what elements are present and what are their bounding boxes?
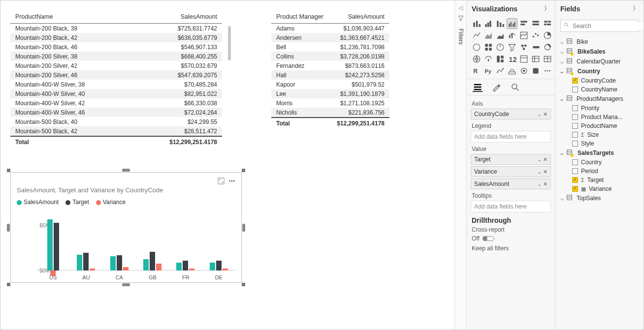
more-options-icon[interactable] (228, 178, 235, 184)
table-row[interactable]: Fernandez$873,663.0116 (271, 61, 389, 70)
cross-report-toggle[interactable]: Off (472, 235, 550, 242)
field-checkbox[interactable] (572, 78, 578, 84)
focus-mode-icon[interactable] (218, 178, 225, 184)
legend-well[interactable]: Add data fields here (471, 131, 551, 143)
bar[interactable] (143, 259, 149, 270)
viz-type-icon[interactable] (483, 54, 493, 64)
value-field-chip[interactable]: SalesAmount⌄✕ (471, 179, 551, 189)
viz-type-icon[interactable] (543, 66, 552, 76)
fields-search[interactable] (560, 20, 639, 32)
bar[interactable] (156, 264, 161, 270)
viz-type-icon[interactable] (543, 42, 552, 52)
viz-type-icon[interactable] (483, 19, 493, 29)
table-row[interactable]: Mountain-400-W Silver, 46$72,024.264 (10, 108, 222, 117)
field-checkbox[interactable] (572, 123, 578, 129)
bar[interactable] (223, 269, 228, 270)
axis-field-chip[interactable]: CountryCode⌄✕ (471, 109, 551, 120)
viz-type-icon[interactable] (531, 30, 541, 40)
expand-filters-icon[interactable]: ◁ (458, 4, 463, 11)
viz-type-icon[interactable] (507, 19, 517, 29)
viz-type-icon[interactable] (531, 66, 541, 76)
field-item[interactable]: ΣSize (558, 130, 641, 139)
table-row[interactable]: Mountain-400-W Silver, 42$66,330.038 (10, 98, 222, 108)
field-checkbox[interactable] (572, 105, 578, 111)
bar[interactable] (47, 219, 53, 270)
table-row[interactable]: Lee$1,391,190.1879 (271, 89, 389, 98)
table-row[interactable]: Adams$1,036,903.447 (271, 24, 389, 33)
field-item[interactable]: Priority (558, 104, 641, 113)
viz-type-icon[interactable] (543, 54, 552, 64)
viz-type-icon[interactable] (495, 30, 505, 40)
viz-type-icon[interactable] (531, 54, 541, 64)
viz-type-icon[interactable] (483, 42, 493, 52)
bar[interactable] (110, 256, 116, 270)
field-checkbox[interactable] (572, 114, 578, 120)
table-row[interactable]: Mountain-200 Silver, 42$570,032.679 (10, 61, 222, 70)
table-row[interactable]: Hall$242,273.5258 (271, 70, 389, 80)
table-row[interactable]: Mountain-400-W Silver, 38$70,485.284 (10, 80, 222, 89)
field-item[interactable]: Product Mana... (558, 113, 641, 121)
viz-type-icon[interactable] (519, 30, 529, 40)
viz-type-icon[interactable] (495, 54, 505, 64)
viz-type-icon[interactable] (543, 19, 552, 29)
table-node[interactable]: ⌄ProductManagers (558, 94, 641, 104)
table-node[interactable]: ⌵Bike (558, 37, 641, 47)
field-item[interactable]: Period (558, 167, 641, 176)
format-tab-icon[interactable] (491, 82, 501, 92)
viz-type-icon[interactable] (472, 30, 482, 40)
viz-type-icon[interactable] (472, 19, 482, 29)
bar[interactable] (117, 255, 122, 270)
viz-type-icon[interactable] (543, 30, 552, 40)
scrollbar-thumb[interactable] (228, 26, 231, 60)
viz-type-icon[interactable] (483, 30, 493, 40)
bar[interactable] (83, 253, 89, 270)
bar[interactable] (176, 263, 182, 270)
table-row[interactable]: Mountain-200 Silver, 38$668,400.255 (10, 52, 222, 61)
table-row[interactable]: Mountain-200 Black, 42$638,035.6779 (10, 33, 222, 42)
table-row[interactable]: Mountain-500 Black, 40$24,299.55 (10, 117, 222, 126)
viz-type-icon[interactable] (519, 42, 529, 52)
table-node[interactable]: ⌄Country (558, 66, 641, 76)
value-field-chip[interactable]: Target⌄✕ (471, 154, 551, 165)
col-salesamount[interactable]: SalesAmount (330, 10, 389, 24)
bar[interactable] (210, 263, 215, 270)
filters-pane-collapsed[interactable]: ◁ Filters (454, 0, 466, 330)
viz-type-icon[interactable] (472, 54, 482, 64)
field-checkbox[interactable] (572, 186, 578, 192)
search-input[interactable] (573, 23, 644, 30)
viz-type-icon[interactable]: R (472, 66, 482, 76)
table-row[interactable]: Mountain-200 Silver, 46$547,639.2075 (10, 70, 222, 80)
bar[interactable] (123, 267, 129, 270)
field-item[interactable]: Style (558, 139, 641, 148)
bar[interactable] (54, 223, 59, 270)
table-node[interactable]: ⌵CalendarQuarter (558, 57, 641, 66)
field-checkbox[interactable] (572, 132, 578, 138)
viz-type-icon[interactable]: 12 (507, 54, 517, 64)
analytics-tab-icon[interactable] (510, 82, 520, 92)
table-row[interactable]: Mountain-200 Black, 46$546,907.133 (10, 42, 222, 52)
bar[interactable] (189, 269, 194, 270)
viz-type-icon[interactable] (531, 19, 541, 29)
col-salesamount[interactable]: SalesAmount (133, 10, 222, 24)
table-node[interactable]: ⌄SalesTargets (558, 148, 641, 158)
field-item[interactable]: CountryName (558, 85, 641, 94)
viz-type-icon[interactable] (519, 66, 529, 76)
tooltips-well[interactable]: Add data fields here (471, 201, 551, 212)
field-checkbox[interactable] (572, 168, 578, 174)
field-checkbox[interactable] (572, 177, 578, 183)
col-product-manager[interactable]: Product Manager (271, 10, 330, 24)
viz-type-icon[interactable] (495, 66, 505, 76)
manager-sales-table[interactable]: Product Manager SalesAmount Adams$1,036,… (252, 10, 389, 148)
viz-type-icon[interactable] (519, 54, 529, 64)
viz-type-icon[interactable] (495, 19, 505, 29)
collapse-pane-icon[interactable]: 〉 (544, 4, 550, 13)
viz-type-icon[interactable] (507, 30, 517, 40)
viz-type-icon[interactable] (507, 42, 517, 52)
viz-type-icon[interactable] (507, 66, 517, 76)
table-node[interactable]: ⌵BikeSales (558, 47, 641, 57)
clustered-column-chart[interactable]: SalesAmount, Target and Variance by Coun… (10, 172, 242, 283)
value-field-chip[interactable]: Variance⌄✕ (471, 166, 551, 177)
table-row[interactable]: Mountain-400-W Silver, 40$82,951.022 (10, 89, 222, 98)
viz-type-icon[interactable]: Py (483, 66, 493, 76)
viz-type-icon[interactable] (519, 19, 529, 29)
